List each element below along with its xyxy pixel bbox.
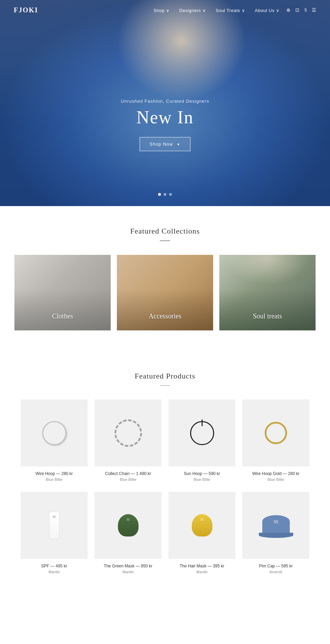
product-card-hair-mask[interactable]: The Hair Mask — 395 kr Mantle bbox=[165, 492, 239, 584]
navigation: FJOKI Shop ∨ Designers ∨ Soul Treats ∨ A… bbox=[0, 0, 330, 20]
sun-hoop-shape bbox=[190, 421, 214, 445]
hero-dot-2[interactable] bbox=[164, 193, 166, 196]
cap-shape bbox=[262, 515, 290, 536]
product-image-green-mask bbox=[95, 492, 162, 559]
products-divider bbox=[160, 385, 170, 386]
product-brand-cap: Amendi bbox=[242, 570, 309, 574]
hair-mask-shape bbox=[192, 514, 212, 536]
collection-card-soul[interactable]: Soul treats bbox=[219, 255, 316, 330]
product-name-hair-mask: The Hair Mask — 395 kr bbox=[168, 564, 235, 568]
product-brand-wire-hoop: Blue Billie bbox=[21, 477, 88, 482]
product-image-gold-hoop bbox=[242, 399, 309, 466]
collection-label-soul: Soul treats bbox=[219, 312, 316, 320]
hero-section: Unrushed Fashion, Curated Designers New … bbox=[0, 0, 330, 206]
product-image-cap bbox=[242, 492, 309, 559]
product-image-hair-mask bbox=[168, 492, 235, 559]
chain-shape bbox=[114, 419, 142, 447]
hero-cta-label: Shop Now bbox=[150, 142, 173, 147]
gold-hoop-shape bbox=[265, 422, 287, 444]
collections-divider bbox=[160, 240, 170, 241]
hero-cta-button[interactable]: Shop Now ▼ bbox=[140, 137, 190, 151]
product-brand-hair-mask: Mantle bbox=[168, 570, 235, 574]
product-image-spf bbox=[21, 492, 88, 559]
product-card-green-mask[interactable]: The Green Mask — 950 kr Mantle bbox=[91, 492, 165, 584]
bag-icon[interactable]: ⊡ bbox=[295, 7, 299, 13]
hero-subtitle: Unrushed Fashion, Curated Designers bbox=[79, 99, 251, 104]
product-card-wire-hoop[interactable]: Wire Hoop — 280 kr Blue Billie bbox=[17, 399, 91, 492]
product-brand-sun-hoop: Blue Billie bbox=[168, 477, 235, 482]
collection-card-clothes[interactable]: Clothes bbox=[14, 255, 111, 330]
nav-item-soul-treats[interactable]: Soul Treats ∨ bbox=[216, 7, 245, 13]
product-brand-chain: Blue Billie bbox=[95, 477, 162, 482]
product-card-sun-hoop[interactable]: Sun Hoop — 590 kr Blue Billie bbox=[165, 399, 239, 492]
collections-title: Featured Collections bbox=[0, 206, 330, 236]
nav-item-designers[interactable]: Designers ∨ bbox=[179, 7, 206, 13]
product-brand-green-mask: Mantle bbox=[95, 570, 162, 574]
account-icon[interactable]: S bbox=[304, 8, 307, 13]
product-brand-gold-hoop: Blue Billie bbox=[242, 477, 309, 482]
product-name-sun-hoop: Sun Hoop — 590 kr bbox=[168, 471, 235, 476]
nav-link-shop[interactable]: Shop ∨ bbox=[154, 8, 170, 13]
nav-link-designers[interactable]: Designers ∨ bbox=[179, 8, 206, 13]
wire-hoop-shape bbox=[42, 421, 66, 445]
products-grid: Wire Hoop — 280 kr Blue Billie Collect C… bbox=[0, 399, 330, 612]
product-card-chain[interactable]: Collect Chain — 1 490 kr Blue Billie bbox=[91, 399, 165, 492]
product-image-chain bbox=[95, 399, 162, 466]
hero-title: New In bbox=[79, 107, 251, 127]
collection-label-accessories: Accessories bbox=[117, 312, 213, 320]
product-image-wire-hoop bbox=[21, 399, 88, 466]
product-name-spf: SPF — 495 kr bbox=[21, 564, 88, 568]
products-title: Featured Products bbox=[0, 351, 330, 381]
collections-grid: Clothes Accessories Soul treats bbox=[0, 255, 330, 351]
collection-card-accessories[interactable]: Accessories bbox=[117, 255, 213, 330]
search-icon[interactable]: ⊕ bbox=[286, 7, 290, 13]
nav-icons: ⊕ ⊡ S ☰ bbox=[286, 7, 316, 13]
hero-dot-3[interactable] bbox=[169, 193, 172, 196]
product-name-chain: Collect Chain — 1 490 kr bbox=[95, 471, 162, 476]
hero-content: Unrushed Fashion, Curated Designers New … bbox=[79, 99, 251, 151]
hero-dot-1[interactable] bbox=[158, 193, 161, 196]
product-name-wire-hoop: Wire Hoop — 280 kr bbox=[21, 471, 88, 476]
product-name-green-mask: The Green Mask — 950 kr bbox=[95, 564, 162, 568]
nav-item-shop[interactable]: Shop ∨ bbox=[154, 7, 170, 13]
product-image-sun-hoop bbox=[168, 399, 235, 466]
arrow-icon: ▼ bbox=[177, 143, 180, 146]
product-card-spf[interactable]: SPF — 495 kr Mantle bbox=[17, 492, 91, 584]
product-name-gold-hoop: Wire Hoop Gold — 280 kr bbox=[242, 471, 309, 476]
nav-links: Shop ∨ Designers ∨ Soul Treats ∨ About U… bbox=[154, 7, 280, 13]
product-card-gold-hoop[interactable]: Wire Hoop Gold — 280 kr Blue Billie bbox=[239, 399, 313, 492]
green-mask-shape bbox=[118, 514, 139, 536]
site-logo[interactable]: FJOKI bbox=[14, 6, 38, 14]
featured-collections-section: Featured Collections Clothes Accessories… bbox=[0, 206, 330, 351]
product-brand-spf: Mantle bbox=[21, 570, 88, 574]
hero-dots bbox=[158, 193, 172, 196]
menu-icon[interactable]: ☰ bbox=[312, 7, 316, 13]
product-name-cap: Pim Cap — 595 kr bbox=[242, 564, 309, 568]
nav-link-about[interactable]: About Us ∨ bbox=[255, 8, 279, 13]
nav-link-soul-treats[interactable]: Soul Treats ∨ bbox=[216, 8, 245, 13]
spf-shape bbox=[49, 512, 59, 539]
featured-products-section: Featured Products Wire Hoop — 280 kr Blu… bbox=[0, 351, 330, 612]
product-card-cap[interactable]: Pim Cap — 595 kr Amendi bbox=[239, 492, 313, 584]
collection-label-clothes: Clothes bbox=[14, 312, 111, 320]
nav-item-about[interactable]: About Us ∨ bbox=[255, 7, 279, 13]
